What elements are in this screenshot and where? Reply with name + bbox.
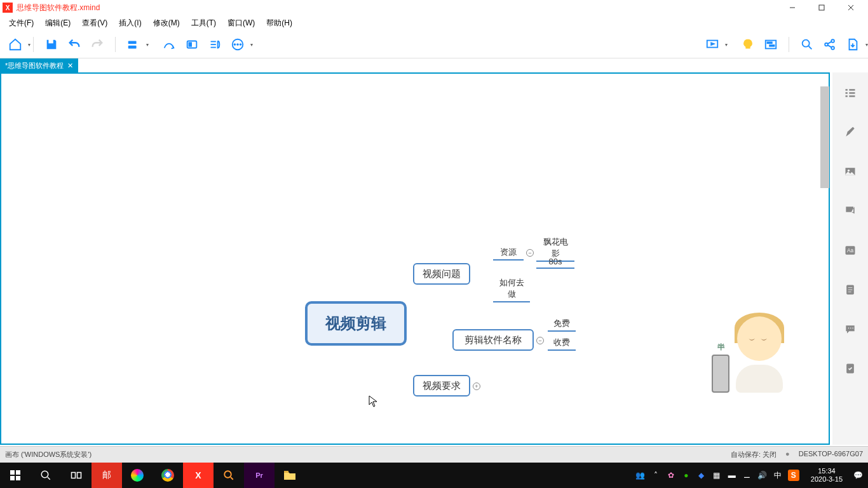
- relationship-button[interactable]: [160, 36, 178, 53]
- svg-line-21: [809, 46, 812, 49]
- tray-sogou-icon[interactable]: S: [788, 470, 799, 481]
- taskbar-search-app[interactable]: [214, 463, 244, 488]
- system-tray: 👥 ˄ ✿ ● ◆ ▦ ▬ ⚊ 🔊 中 S 15:34 2020-3-15 💬: [630, 467, 868, 484]
- connectors: [1, 74, 192, 169]
- taskbar-premiere[interactable]: Pr: [244, 463, 275, 488]
- more-button[interactable]: ▾: [229, 36, 247, 53]
- format-icon[interactable]: [843, 125, 858, 140]
- summary-button[interactable]: [206, 36, 224, 53]
- svg-rect-27: [846, 89, 848, 91]
- tray-battery-icon[interactable]: ▬: [727, 470, 737, 480]
- leaf-label: 如何去做: [499, 278, 524, 299]
- svg-point-43: [852, 328, 853, 329]
- svg-rect-45: [10, 470, 15, 475]
- svg-rect-55: [284, 471, 288, 473]
- taskbar-explorer[interactable]: [275, 463, 305, 488]
- menu-modify[interactable]: 修改(M): [148, 17, 185, 30]
- window-controls: [778, 0, 865, 15]
- svg-point-34: [848, 170, 850, 172]
- minimize-button[interactable]: [778, 0, 807, 15]
- add-topic-button[interactable]: ▾: [125, 36, 142, 53]
- task-icon[interactable]: [843, 361, 858, 376]
- tray-ime-icon[interactable]: 中: [773, 470, 783, 480]
- tray-app-icon[interactable]: ▦: [712, 470, 722, 480]
- taskbar-search-icon[interactable]: [31, 463, 61, 488]
- scroll-thumb[interactable]: [820, 86, 829, 188]
- mindmap-leaf-free[interactable]: 免费: [548, 316, 576, 332]
- mindmap-leaf-howto[interactable]: 如何去做: [493, 276, 530, 302]
- share-button[interactable]: [821, 36, 839, 53]
- tray-up-icon[interactable]: ˄: [651, 470, 661, 480]
- taskbar-app-1[interactable]: 邮: [92, 463, 122, 488]
- svg-text:Aa: Aa: [847, 247, 854, 254]
- separator: [33, 37, 34, 52]
- tray-security-icon[interactable]: ◆: [696, 470, 707, 480]
- font-icon[interactable]: Aa: [843, 243, 858, 258]
- svg-rect-29: [846, 95, 848, 97]
- svg-point-20: [803, 39, 810, 46]
- vertical-scrollbar[interactable]: [820, 74, 830, 446]
- mindmap-root-node[interactable]: 视频剪辑: [305, 301, 407, 346]
- tray-flower-icon[interactable]: ✿: [666, 470, 676, 480]
- taskbar-chrome[interactable]: [153, 463, 183, 488]
- idea-button[interactable]: [739, 36, 757, 53]
- menu-view[interactable]: 查看(V): [77, 17, 112, 30]
- node-label: 剪辑软件名称: [465, 334, 522, 346]
- tab-close-icon[interactable]: ✕: [67, 62, 73, 70]
- notes-icon[interactable]: [843, 282, 858, 297]
- document-tab[interactable]: *思维导图软件教程 ✕: [0, 58, 78, 72]
- windows-taskbar: 邮 X Pr 👥 ˄ ✿ ● ◆ ▦ ▬ ⚊ 🔊 中 S 15:34 2020-…: [0, 463, 868, 488]
- maximize-button[interactable]: [807, 0, 836, 15]
- mindmap-leaf-pay[interactable]: 收费: [548, 336, 576, 351]
- search-button[interactable]: [798, 36, 816, 53]
- tray-clock[interactable]: 15:34 2020-3-15: [811, 467, 843, 484]
- menu-insert[interactable]: 插入(I): [114, 17, 146, 30]
- mindmap-sub-node-2[interactable]: 剪辑软件名称: [452, 329, 534, 351]
- tray-volume-icon[interactable]: 🔊: [757, 470, 768, 480]
- home-button[interactable]: ▾: [6, 36, 24, 53]
- taskbar-xmind[interactable]: X: [183, 463, 214, 488]
- menu-tools[interactable]: 工具(T): [186, 17, 221, 30]
- assistant-avatar[interactable]: ︶︶ 中半: [712, 310, 788, 393]
- menubar: 文件(F) 编辑(E) 查看(V) 插入(I) 修改(M) 工具(T) 窗口(W…: [0, 15, 868, 30]
- canvas[interactable]: 视频剪辑 视频问题 剪辑软件名称 视频要求 资源 如何去做 飘花电影 80s 免…: [0, 72, 830, 445]
- undo-button[interactable]: [65, 36, 83, 53]
- tray-people-icon[interactable]: 👥: [635, 470, 646, 480]
- mindmap-leaf-resource[interactable]: 资源: [493, 245, 524, 261]
- menu-window[interactable]: 窗口(W): [222, 17, 260, 30]
- gantt-button[interactable]: [762, 36, 780, 53]
- marker-icon[interactable]: [843, 203, 858, 219]
- svg-rect-1: [819, 5, 824, 10]
- collapse-toggle[interactable]: −: [526, 249, 534, 257]
- image-icon[interactable]: [843, 164, 858, 179]
- redo-button[interactable]: [88, 36, 106, 53]
- menu-file[interactable]: 文件(F): [4, 17, 39, 30]
- tray-notifications-icon[interactable]: 💬: [853, 470, 863, 480]
- svg-point-41: [848, 328, 850, 329]
- save-button[interactable]: [43, 36, 60, 53]
- boundary-button[interactable]: [183, 36, 201, 53]
- root-label: 视频剪辑: [325, 313, 386, 334]
- outline-icon[interactable]: [843, 85, 858, 100]
- node-label: 视频问题: [423, 268, 461, 280]
- workspace: 视频剪辑 视频问题 剪辑软件名称 视频要求 资源 如何去做 飘花电影 80s 免…: [0, 72, 830, 445]
- collapse-toggle[interactable]: −: [536, 337, 544, 344]
- tray-wechat-icon[interactable]: ●: [681, 470, 691, 480]
- close-button[interactable]: [836, 0, 865, 15]
- mindmap-sub-node-1[interactable]: 视频问题: [413, 263, 470, 285]
- comments-icon[interactable]: [843, 322, 858, 337]
- start-button[interactable]: [0, 463, 31, 488]
- leaf-label: 资源: [500, 247, 517, 257]
- task-view-icon[interactable]: [61, 463, 92, 488]
- presentation-button[interactable]: ▾: [703, 36, 721, 53]
- menu-help[interactable]: 帮助(H): [261, 17, 297, 30]
- svg-rect-30: [849, 89, 855, 91]
- taskbar-app-2[interactable]: [122, 463, 153, 488]
- mindmap-leaf-80s[interactable]: 80s: [536, 255, 574, 269]
- menu-edit[interactable]: 编辑(E): [40, 17, 76, 30]
- svg-rect-18: [768, 42, 772, 43]
- mindmap-sub-node-3[interactable]: 视频要求: [413, 375, 470, 396]
- export-button[interactable]: ▾: [844, 36, 862, 53]
- expand-toggle[interactable]: +: [473, 383, 480, 390]
- tray-network-icon[interactable]: ⚊: [742, 470, 752, 480]
